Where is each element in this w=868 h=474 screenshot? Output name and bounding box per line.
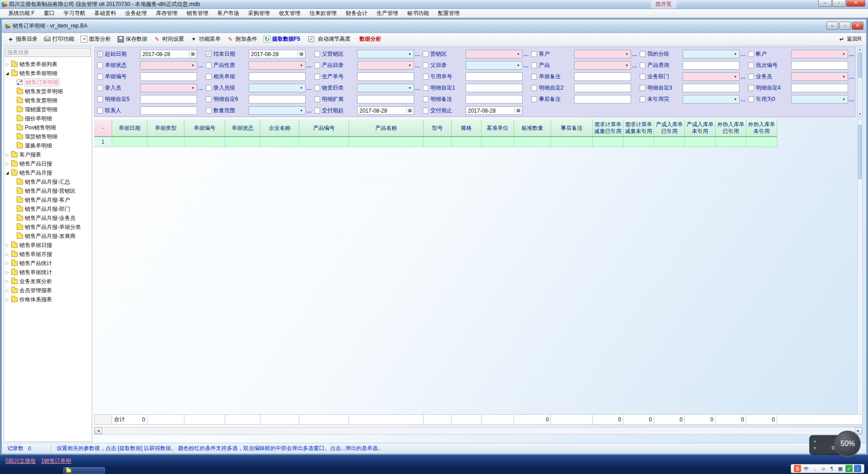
multiselect-dots-button[interactable]: … [631, 62, 638, 69]
checkbox[interactable] [640, 51, 646, 57]
text-field[interactable] [791, 61, 848, 70]
select-field[interactable]: ▼ [140, 84, 197, 92]
data-analysis-label[interactable]: 数据分析 [355, 34, 386, 44]
dropdown-arrow-icon[interactable]: ▼ [732, 51, 739, 57]
text-field[interactable] [357, 95, 414, 104]
menu-item-业务处理[interactable]: 业务处理 [121, 9, 151, 18]
checkbox[interactable] [640, 85, 646, 91]
grid-cell[interactable] [349, 137, 424, 147]
grid-cell[interactable] [452, 137, 481, 147]
toolbar-report-catalog-button[interactable]: +报表目录 [5, 34, 40, 44]
toolbar-print-button[interactable]: 打印功能 [41, 34, 77, 44]
checkbox[interactable] [206, 108, 212, 114]
emoji-icon[interactable]: ☺ [820, 465, 827, 472]
scroll-left-icon[interactable]: ◄ [94, 427, 102, 434]
tree-node[interactable]: ▷客户报表 [5, 150, 92, 159]
multiselect-dots-button[interactable]: … [740, 96, 747, 103]
text-field[interactable] [466, 84, 523, 92]
menu-item-采购管理[interactable]: 采购管理 [244, 9, 274, 18]
expand-icon[interactable]: ▷ [5, 243, 9, 247]
select-field[interactable]: ▼ [249, 84, 306, 92]
auto-height-toggle[interactable]: ✓自动调节高度 [304, 34, 354, 44]
column-header[interactable]: 事后备注 [551, 120, 593, 137]
tree-node[interactable]: ◢销售产品月报 [5, 168, 92, 177]
text-field[interactable] [683, 61, 740, 70]
toolbar-extra-condition-button[interactable]: ✎附加条件 [224, 34, 260, 44]
grid-cell[interactable] [514, 137, 551, 147]
tree-node[interactable]: 销售产品月报-汇总 [5, 177, 92, 186]
return-button[interactable]: ↵返回R [838, 35, 862, 43]
grid-cell[interactable]: 1 [94, 137, 112, 147]
multiselect-dots-button[interactable]: … [306, 62, 313, 69]
text-field[interactable] [574, 95, 631, 104]
text-field[interactable] [466, 72, 523, 81]
multiselect-dots-button[interactable]: … [848, 96, 855, 103]
text-field[interactable] [249, 72, 306, 81]
column-header[interactable]: 产品名称 [349, 120, 424, 137]
multiselect-dots-button[interactable]: … [740, 74, 747, 80]
tree-node[interactable]: ▷销售单据统计 [5, 268, 92, 277]
collapse-icon[interactable]: ◢ [5, 71, 9, 76]
grid-horizontal-scrollbar[interactable]: ◄ ► [94, 427, 863, 435]
tree-node[interactable]: ▷业务发展分析 [5, 277, 92, 286]
toolbar-save-data-button[interactable]: 保存数据 [114, 34, 150, 44]
text-field[interactable] [466, 95, 523, 104]
column-header[interactable]: 单据状态 [225, 120, 260, 137]
select-field[interactable]: ▼ [574, 61, 631, 70]
tree-node[interactable]: ▷价格体系报表 [5, 295, 92, 304]
tree-node[interactable]: 销售发货单明细 [5, 87, 92, 96]
expand-icon[interactable]: ▷ [5, 270, 9, 275]
select-field[interactable]: ▼ [249, 106, 306, 115]
tree-node[interactable]: 销售产品月报-部门 [5, 204, 92, 213]
tree-node[interactable]: 现销退货明细 [5, 105, 92, 114]
multiselect-dots-button[interactable]: … [306, 108, 313, 114]
checkbox[interactable] [748, 96, 754, 102]
text-field[interactable] [574, 84, 631, 92]
dropdown-arrow-icon[interactable]: ▼ [406, 51, 413, 57]
expand-icon[interactable]: ▷ [5, 261, 9, 265]
dropdown-arrow-icon[interactable]: ▼ [298, 62, 305, 69]
checkbox[interactable] [748, 74, 754, 80]
grid-cell[interactable] [623, 137, 654, 147]
dropdown-arrow-icon[interactable]: ▼ [840, 51, 847, 57]
minimize-button[interactable]: – [818, 0, 832, 7]
date-field[interactable]: 2017-08-28▦ [249, 50, 306, 58]
checkbox[interactable] [640, 62, 646, 68]
multiselect-dots-button[interactable]: … [197, 85, 204, 91]
column-header[interactable]: 需求计算单 减量未引用 [623, 120, 654, 137]
menu-item-秘书功能[interactable]: 秘书功能 [403, 9, 434, 18]
mic-icon[interactable]: ¶ [828, 465, 835, 472]
expand-icon[interactable]: ▷ [5, 288, 9, 293]
date-field[interactable]: 2017-08-28▦ [140, 50, 197, 58]
checkbox-checked[interactable]: ✓ [97, 51, 103, 57]
select-field[interactable]: ▼ [683, 95, 740, 104]
dropdown-arrow-icon[interactable]: ▼ [623, 51, 630, 57]
column-header[interactable]: 外协入库单 未引用 [746, 120, 777, 137]
child-minimize-button[interactable]: – [826, 22, 838, 30]
column-header[interactable]: 规格 [452, 120, 481, 137]
checkbox[interactable] [531, 62, 537, 68]
dropdown-arrow-icon[interactable]: ▼ [406, 85, 413, 91]
tree-node-selected[interactable]: 销售订单明细 [5, 78, 92, 87]
select-field[interactable]: ▼ [791, 72, 848, 81]
select-field[interactable]: ▼ [683, 72, 740, 81]
window-tab[interactable]: 0四川立德包 [5, 457, 36, 465]
expand-icon[interactable]: ▷ [5, 161, 9, 166]
select-field[interactable]: ▼ [466, 61, 523, 70]
column-header[interactable]: 标准数量 [514, 120, 551, 137]
column-header[interactable]: 基准单位 [481, 120, 514, 137]
multiselect-dots-button[interactable]: … [848, 51, 855, 57]
date-field[interactable]: 2017-08-28▦ [357, 106, 414, 115]
grid-scrollbar[interactable] [857, 119, 863, 425]
tree-node[interactable]: ▷会员管理报表 [5, 286, 92, 295]
text-field[interactable] [683, 84, 740, 92]
menu-item-系统功能 F[interactable]: 系统功能 F [4, 9, 39, 18]
dropdown-arrow-icon[interactable]: ▼ [623, 62, 630, 69]
grid-cell[interactable] [654, 137, 685, 147]
multiselect-dots-button[interactable]: … [414, 85, 421, 91]
expand-icon[interactable]: ▷ [5, 252, 9, 256]
checkbox[interactable] [423, 108, 429, 114]
expand-icon[interactable]: ▷ [5, 62, 9, 66]
grid-cell[interactable] [481, 137, 514, 147]
checkbox[interactable] [314, 85, 320, 91]
